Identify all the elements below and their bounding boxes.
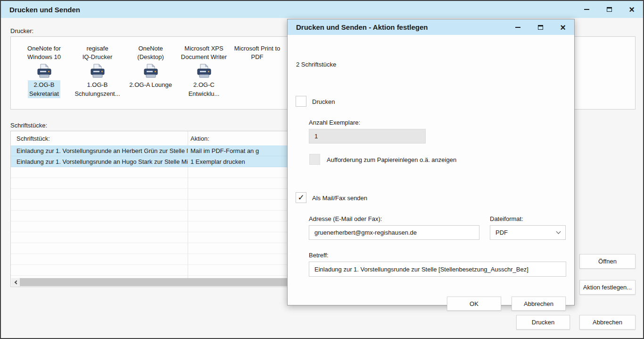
print-checkbox-label[interactable]: Drucken <box>312 98 335 105</box>
printer-location[interactable]: 1.OG-B Schulungszent... <box>74 80 120 98</box>
dialog-cancel-button[interactable]: Abbrechen <box>512 297 566 311</box>
printer-item-xps-writer[interactable]: Microsoft XPS Document Writer 2.OG-C <box>177 44 231 98</box>
maximize-button[interactable] <box>598 1 620 18</box>
chevron-left-icon <box>14 280 18 284</box>
fileformat-label: Dateiformat: <box>490 215 523 222</box>
mail-fax-checkbox-label[interactable]: Als Mail/Fax senden <box>312 195 367 202</box>
printer-name: Document Writer <box>181 53 227 60</box>
set-action-button[interactable]: Aktion festlegen... <box>579 280 636 295</box>
minimize-button[interactable] <box>575 1 598 18</box>
printer-name: Microsoft XPS <box>184 45 223 52</box>
close-icon: × <box>629 5 635 14</box>
dialog-window-controls: × <box>506 19 574 35</box>
cell-schriftstueck: Einladung zur 1. Vorstellungsrunde an Hu… <box>11 158 188 165</box>
address-input[interactable]: gruenerherbert@gmx-regishausen.de <box>309 225 479 240</box>
minimize-icon <box>584 9 589 10</box>
copies-label: Anzahl Exemplare: <box>309 119 360 126</box>
cell-schriftstueck: Einladung zur 1. Vorstellungsrunde an He… <box>11 147 188 154</box>
printer-name: IQ-Drucker <box>83 53 113 60</box>
main-window: Drucken und Senden × Drucker: OneNote fo… <box>0 0 644 339</box>
dialog-titlebar: Drucken und Senden - Aktion festlegen × <box>288 19 574 35</box>
action-dialog: Drucken und Senden - Aktion festlegen × … <box>287 19 575 305</box>
documents-label: Schriftstücke: <box>10 122 47 129</box>
close-icon: × <box>560 23 566 32</box>
maximize-icon <box>538 25 543 30</box>
printer-icon <box>142 64 159 78</box>
printer-icon <box>36 64 53 78</box>
minimize-icon <box>515 27 520 28</box>
printer-icon <box>196 64 213 78</box>
printer-item-print-to-pdf[interactable]: Microsoft Print to PDF <box>231 44 284 98</box>
printer-name: Microsoft Print to <box>234 45 281 52</box>
dialog-title: Drucken und Senden - Aktion festlegen <box>288 23 428 31</box>
printer-location-selected[interactable]: 2.OG-B Sekretariat <box>28 80 60 98</box>
cancel-button[interactable]: Abbrechen <box>579 315 636 330</box>
fileformat-select[interactable]: PDF <box>490 225 566 240</box>
main-titlebar: Drucken und Senden × <box>1 1 643 18</box>
chevron-down-icon <box>556 229 561 234</box>
dialog-maximize-button[interactable] <box>529 19 552 35</box>
printer-item-regisafe[interactable]: regisafe IQ-Drucker 1.OG-B Schulun <box>71 44 124 98</box>
dialog-close-button[interactable]: × <box>552 19 574 35</box>
paper-prompt-checkbox <box>309 154 320 165</box>
mail-fax-checkbox[interactable]: ✓ <box>296 192 306 203</box>
printer-name: regisafe <box>86 45 108 52</box>
checkmark-icon: ✓ <box>297 194 304 202</box>
column-header-schriftstueck[interactable]: Schriftstück: <box>11 135 188 142</box>
scroll-left-button[interactable] <box>11 278 20 286</box>
printer-item-onenote-desktop[interactable]: OneNote (Desktop) 2.OG-A Lounge <box>124 44 177 98</box>
main-window-controls: × <box>575 1 643 18</box>
dialog-ok-button[interactable]: OK <box>447 297 501 311</box>
copies-input: 1 <box>309 129 426 144</box>
paper-prompt-label: Aufforderung zum Papiereinlegen o.ä. anz… <box>327 156 456 163</box>
print-checkbox[interactable] <box>296 96 306 107</box>
maximize-icon <box>607 7 612 12</box>
main-window-title: Drucken und Senden <box>1 6 80 14</box>
printer-name: OneNote for <box>27 45 61 52</box>
printer-name: (Desktop) <box>137 53 164 60</box>
dialog-body: 2 Schriftstücke Drucken Anzahl Exemplare… <box>288 35 574 305</box>
document-count-label: 2 Schriftstücke <box>296 61 336 68</box>
address-label: Adresse (E-Mail oder Fax): <box>309 215 382 222</box>
printer-item-onenote-win10[interactable]: OneNote for Windows 10 2.OG-B Sekr <box>17 44 71 98</box>
printer-location[interactable]: 2.OG-C Entwicklu... <box>189 80 220 98</box>
printer-location[interactable]: 2.OG-A Lounge <box>129 80 172 89</box>
subject-input[interactable]: Einladung zur 1. Vorstellungsrunde zur S… <box>309 262 566 277</box>
dialog-minimize-button[interactable] <box>506 19 529 35</box>
print-button[interactable]: Drucken <box>516 315 570 330</box>
printer-name: OneNote <box>138 45 163 52</box>
printer-icon <box>89 64 106 78</box>
printer-name: PDF <box>251 53 264 60</box>
subject-label: Betreff: <box>309 252 329 259</box>
printers-label: Drucker: <box>10 27 33 34</box>
open-button[interactable]: Öffnen <box>579 254 636 269</box>
close-button[interactable]: × <box>620 1 643 18</box>
printer-name: Windows 10 <box>27 53 61 60</box>
